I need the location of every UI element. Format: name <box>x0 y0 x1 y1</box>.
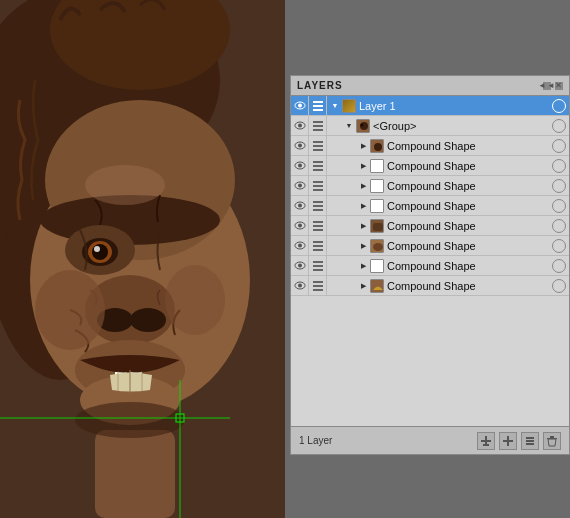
layer-row-layer1[interactable]: ▼Layer 1 <box>291 96 569 116</box>
move-layer-button[interactable] <box>521 432 539 450</box>
layer-eye-cs1[interactable] <box>291 136 309 156</box>
layer-expand-cs7[interactable]: ▶ <box>357 260 369 272</box>
layer-expand-cs1[interactable]: ▶ <box>357 140 369 152</box>
panel-title: LAYERS <box>297 80 343 91</box>
layer-row-cs1[interactable]: ▶Compound Shape <box>291 136 569 156</box>
panel-header: LAYERS ◄◄ ✕ <box>291 76 569 96</box>
svg-rect-65 <box>507 436 509 446</box>
layer-indent-cs8: ▶Compound Shape <box>327 278 552 294</box>
layer-expand-cs2[interactable]: ▶ <box>357 160 369 172</box>
svg-point-22 <box>165 265 225 335</box>
svg-point-49 <box>298 224 302 228</box>
layer-lock-cs6 <box>309 236 327 256</box>
layer-lock-group1 <box>309 116 327 136</box>
layer-eye-cs4[interactable] <box>291 196 309 216</box>
layer-eye-layer1[interactable] <box>291 96 309 116</box>
layer-target-cs8[interactable] <box>552 279 566 293</box>
layer-eye-cs6[interactable] <box>291 236 309 256</box>
layer-lock-layer1 <box>309 96 327 116</box>
layers-list[interactable]: ▼Layer 1▼<Group>▶Compound Shape▶Compound… <box>291 96 569 426</box>
layer-lock-cs5 <box>309 216 327 236</box>
layer-name-cs1: Compound Shape <box>387 140 552 152</box>
svg-point-39 <box>298 144 302 148</box>
layer-lock-cs1 <box>309 136 327 156</box>
svg-rect-69 <box>550 436 554 438</box>
layer-icon-cs1 <box>369 138 385 154</box>
svg-point-12 <box>94 246 100 252</box>
layer-target-cs3[interactable] <box>552 179 566 193</box>
layer-name-cs3: Compound Shape <box>387 180 552 192</box>
layer-eye-cs3[interactable] <box>291 176 309 196</box>
layer-icon-cs6 <box>369 238 385 254</box>
layer-row-cs6[interactable]: ▶Compound Shape <box>291 236 569 256</box>
layer-expand-layer1[interactable]: ▼ <box>329 100 341 112</box>
panel-header-icons: ◄◄ ✕ <box>543 82 563 90</box>
layer-target-cs5[interactable] <box>552 219 566 233</box>
layer-row-cs4[interactable]: ▶Compound Shape <box>291 196 569 216</box>
layer-indent-cs7: ▶Compound Shape <box>327 258 552 274</box>
svg-point-57 <box>298 264 302 268</box>
layer-target-cs2[interactable] <box>552 159 566 173</box>
layer-row-group1[interactable]: ▼<Group> <box>291 116 569 136</box>
layer-icon-cs7 <box>369 258 385 274</box>
svg-point-15 <box>130 308 166 332</box>
layer-icon-cs5 <box>369 218 385 234</box>
layer-icon-cs2 <box>369 158 385 174</box>
svg-point-11 <box>92 244 108 260</box>
layer-name-layer1: Layer 1 <box>359 100 552 112</box>
svg-rect-66 <box>526 437 534 439</box>
layer-name-cs2: Compound Shape <box>387 160 552 172</box>
layer-expand-group1[interactable]: ▼ <box>343 120 355 132</box>
layer-expand-cs4[interactable]: ▶ <box>357 200 369 212</box>
layer-icon-cs3 <box>369 178 385 194</box>
layer-target-group1[interactable] <box>552 119 566 133</box>
layer-indent-cs2: ▶Compound Shape <box>327 158 552 174</box>
layer-target-cs7[interactable] <box>552 259 566 273</box>
layer-row-cs8[interactable]: ▶Compound Shape <box>291 276 569 296</box>
svg-point-55 <box>373 243 383 251</box>
layer-eye-cs8[interactable] <box>291 276 309 296</box>
svg-point-59 <box>298 284 302 288</box>
layer-expand-cs8[interactable]: ▶ <box>357 280 369 292</box>
layer-indent-cs3: ▶Compound Shape <box>327 178 552 194</box>
layer-lock-cs8 <box>309 276 327 296</box>
svg-rect-67 <box>526 440 534 442</box>
layer-target-layer1[interactable] <box>552 99 566 113</box>
layer-name-cs5: Compound Shape <box>387 220 552 232</box>
svg-point-32 <box>298 104 302 108</box>
layer-expand-cs6[interactable]: ▶ <box>357 240 369 252</box>
new-layer-button[interactable] <box>477 432 495 450</box>
layer-row-cs5[interactable]: ▶Compound Shape <box>291 216 569 236</box>
layer-row-cs2[interactable]: ▶Compound Shape <box>291 156 569 176</box>
svg-point-24 <box>75 402 185 438</box>
layer-target-cs4[interactable] <box>552 199 566 213</box>
layer-target-cs1[interactable] <box>552 139 566 153</box>
layer-row-cs7[interactable]: ▶Compound Shape <box>291 256 569 276</box>
layer-name-cs4: Compound Shape <box>387 200 552 212</box>
add-layer-button[interactable] <box>499 432 517 450</box>
layer-icon-cs4 <box>369 198 385 214</box>
svg-point-45 <box>298 184 302 188</box>
layer-lock-cs3 <box>309 176 327 196</box>
layer-name-cs8: Compound Shape <box>387 280 552 292</box>
layer-eye-group1[interactable] <box>291 116 309 136</box>
layer-eye-cs7[interactable] <box>291 256 309 276</box>
layer-indent-cs1: ▶Compound Shape <box>327 138 552 154</box>
delete-layer-button[interactable] <box>543 432 561 450</box>
svg-point-53 <box>298 244 302 248</box>
layer-target-cs6[interactable] <box>552 239 566 253</box>
layer-expand-cs5[interactable]: ▶ <box>357 220 369 232</box>
svg-point-43 <box>298 164 302 168</box>
svg-point-20 <box>85 165 165 205</box>
close-icon[interactable]: ✕ <box>555 82 563 90</box>
layer-expand-cs3[interactable]: ▶ <box>357 180 369 192</box>
collapse-icon[interactable]: ◄◄ <box>543 82 551 90</box>
layers-panel: LAYERS ◄◄ ✕ ▼Layer 1▼<Group>▶Compound Sh… <box>290 75 570 455</box>
layer-row-cs3[interactable]: ▶Compound Shape <box>291 176 569 196</box>
layer-eye-cs5[interactable] <box>291 216 309 236</box>
layer-lock-cs7 <box>309 256 327 276</box>
layer-indent-cs6: ▶Compound Shape <box>327 238 552 254</box>
layer-indent-cs4: ▶Compound Shape <box>327 198 552 214</box>
layer-eye-cs2[interactable] <box>291 156 309 176</box>
layer-count: 1 Layer <box>299 435 477 446</box>
